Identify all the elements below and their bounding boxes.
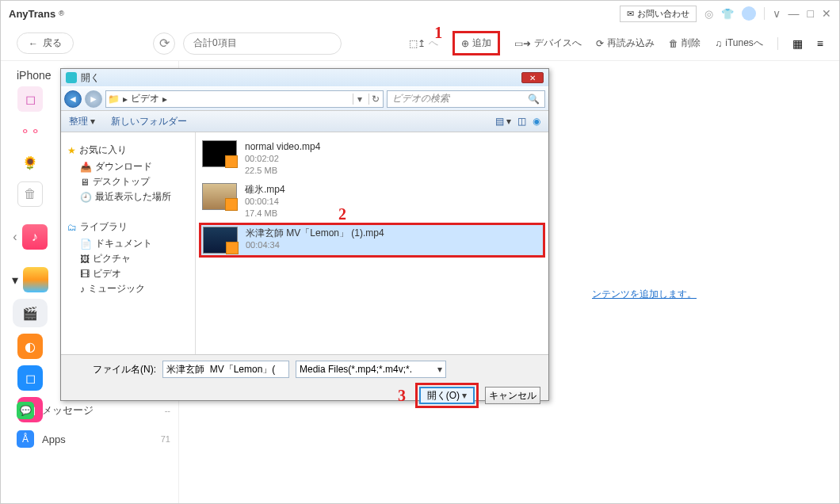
app-reg: ®: [59, 10, 64, 17]
close-icon[interactable]: ✕: [822, 7, 831, 20]
file-duration: 00:04:34: [246, 239, 384, 251]
to-device-button[interactable]: ▭➜ デバイスへ: [514, 36, 582, 50]
sidebar-item-apps[interactable]: Å Apps 71: [17, 430, 170, 448]
file-list: normal video.mp4 00:02:02 22.5 MB 碓氷.mp4…: [196, 132, 548, 354]
tree-downloads[interactable]: 📥ダウンロード: [67, 159, 189, 174]
video-app-icon[interactable]: 🎬: [13, 299, 48, 327]
list-view-icon[interactable]: ≡: [817, 37, 823, 50]
nav-back-button[interactable]: ◄: [64, 90, 82, 108]
filename-input[interactable]: [162, 361, 289, 378]
summary-field: 合計0項目: [183, 32, 342, 55]
dialog-footer: ファイル名(N): Media Files(*.mp4;*.m4v;*. ▾ 3…: [61, 354, 548, 400]
file-row[interactable]: 碓氷.mp4 00:00:14 17.4 MB: [199, 180, 545, 223]
app-name: AnyTrans: [9, 8, 55, 20]
maximize-icon[interactable]: □: [808, 7, 814, 20]
file-name: 米津玄師 MV「Lemon」 (1).mp4: [246, 227, 384, 239]
chevron-left-icon[interactable]: ‹: [13, 230, 17, 244]
recent-icon: 🕘: [80, 192, 92, 203]
view-button[interactable]: ▤ ▾: [495, 116, 511, 127]
library-icon: 🗂: [67, 222, 77, 233]
itunes-button[interactable]: ♫ iTunesへ: [715, 36, 763, 50]
sidebar-icons: ◻ ⚬⚬ 🌻 🗑 ‹ ♪ ▾ 🎬 ◐ ◻ ◻: [12, 86, 48, 422]
tree-desktop[interactable]: 🖥デスクトップ: [67, 174, 189, 189]
file-row-selected[interactable]: 米津玄師 MV「Lemon」 (1).mp4 00:04:34: [199, 223, 545, 258]
path-sep-icon: ▸: [123, 94, 128, 105]
separator: [777, 37, 778, 50]
delete-label: 削除: [682, 36, 701, 50]
refresh-button[interactable]: ⟳: [153, 32, 175, 55]
add-button[interactable]: 1 ⊕ 追加: [452, 31, 500, 55]
path-text: ビデオ: [131, 92, 159, 105]
open-button-highlight: 開く(O) ▾: [415, 383, 479, 408]
tree-videos[interactable]: 🎞ビデオ: [67, 266, 189, 281]
category-icon[interactable]: ◻: [17, 86, 43, 112]
marker-1: 1: [434, 24, 442, 42]
orange-app-icon[interactable]: ◐: [17, 334, 43, 359]
delete-button[interactable]: 🗑 削除: [669, 36, 701, 50]
tree-pictures[interactable]: 🖼ピクチャ: [67, 251, 189, 266]
globe-icon[interactable]: ◎: [704, 8, 713, 20]
chevron-down-icon: ▾: [437, 364, 442, 375]
summary-text: 合計0項目: [193, 36, 237, 50]
to-device-label: デバイスへ: [534, 36, 582, 50]
file-type-select[interactable]: Media Files(*.mp4;*.m4v;*. ▾: [296, 361, 446, 378]
blue-app-icon[interactable]: ◻: [17, 365, 43, 391]
help-icon[interactable]: ◉: [533, 116, 540, 127]
open-button[interactable]: 開く(O) ▾: [419, 387, 475, 404]
search-icon: 🔍: [528, 94, 540, 105]
shirt-icon[interactable]: 👕: [721, 8, 734, 20]
share-icon[interactable]: ⚬⚬: [17, 118, 43, 143]
music-app-icon[interactable]: ♪: [22, 224, 48, 250]
refresh-icon: ⟳: [159, 36, 170, 51]
toolbar: ← 戻る ⟳ 合計0項目 ⬚↥ へ 1 ⊕ 追加 ▭➜ デバイスへ ⟳ 再読み込…: [1, 26, 839, 61]
tree-music[interactable]: ♪ミュージック: [67, 281, 189, 296]
back-button[interactable]: ← 戻る: [17, 32, 74, 54]
dialog-close-button[interactable]: ✕: [521, 72, 544, 83]
tree-library[interactable]: 🗂ライブラリ: [67, 220, 189, 234]
add-content-link[interactable]: ンテンツを追加します。: [592, 288, 697, 301]
caret-icon[interactable]: ▾: [12, 273, 18, 288]
cancel-button[interactable]: キャンセル: [485, 387, 540, 404]
video-icon: 🎞: [80, 269, 90, 280]
marker-2: 2: [338, 205, 346, 223]
file-name: 碓氷.mp4: [245, 183, 285, 196]
title-bar: AnyTrans ® ✉ お問い合わせ ◎ 👕 ∨ — □ ✕: [1, 1, 839, 26]
trash-sidebar-icon[interactable]: 🗑: [17, 181, 43, 207]
apps-count: 71: [161, 434, 170, 444]
apps-icon: Å: [17, 430, 34, 448]
grid-view-icon[interactable]: ▦: [792, 37, 803, 50]
dialog-title: 開く: [81, 71, 100, 85]
color-grid-icon[interactable]: [23, 267, 48, 292]
path-refresh-icon[interactable]: ↻: [368, 94, 381, 105]
path-combo[interactable]: 📁 ▸ ビデオ ▸ ▾ ↻: [105, 90, 384, 108]
marker-3: 3: [398, 387, 406, 405]
photos-icon[interactable]: 🌻: [17, 150, 43, 175]
file-size: 22.5 MB: [245, 165, 320, 177]
inquiry-button[interactable]: ✉ お問い合わせ: [620, 6, 697, 22]
avatar-icon[interactable]: [742, 6, 756, 21]
tree-recent[interactable]: 🕘最近表示した場所: [67, 189, 189, 204]
file-duration: 00:02:02: [245, 153, 320, 165]
arrow-left-icon: ←: [29, 38, 38, 49]
chevron-down-icon[interactable]: ∨: [773, 7, 781, 20]
file-row[interactable]: normal video.mp4 00:02:02 22.5 MB: [199, 137, 545, 180]
music-icon: ♪: [80, 284, 85, 295]
dialog-search-input[interactable]: ビデオの検索 🔍: [387, 90, 545, 108]
preview-pane-icon[interactable]: ◫: [517, 116, 526, 127]
new-folder-button[interactable]: 新しいフォルダー: [111, 115, 187, 128]
minimize-icon[interactable]: —: [788, 7, 800, 20]
mail-icon: ✉: [627, 9, 634, 19]
path-dropdown-icon[interactable]: ▾: [353, 94, 365, 105]
tree-documents[interactable]: 📄ドキュメント: [67, 236, 189, 251]
separator: [764, 7, 765, 20]
path-sep-icon: ▸: [162, 94, 167, 105]
inquiry-label: お問い合わせ: [637, 8, 689, 20]
music-note-icon: ♫: [715, 38, 722, 49]
apps-label: Apps: [42, 433, 66, 445]
folder-icon: 📥: [80, 162, 92, 173]
app-logo-icon: [66, 72, 77, 83]
nav-forward-button[interactable]: ►: [85, 90, 102, 108]
organize-button[interactable]: 整理 ▾: [69, 115, 95, 128]
reload-button[interactable]: ⟳ 再読み込み: [596, 36, 655, 50]
tree-favorites[interactable]: ★お気に入り: [67, 143, 189, 157]
